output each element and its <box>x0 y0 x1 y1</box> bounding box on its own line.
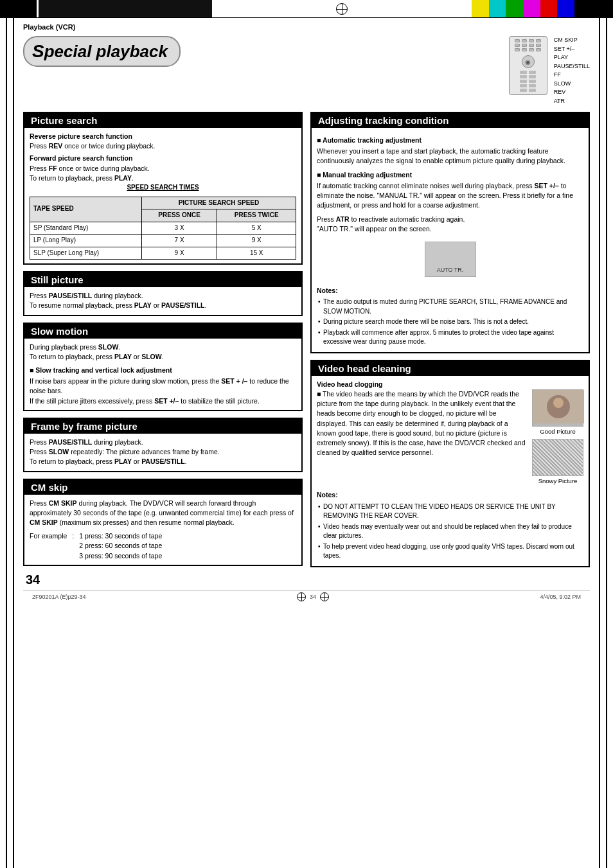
remote-circle <box>522 55 535 68</box>
color-block-magenta <box>523 0 540 17</box>
vhc-note-1: DO NOT ATTEMPT TO CLEAN THE VIDEO HEADS … <box>317 502 583 521</box>
remote-label-pause: PAUSE/STILL <box>554 62 590 71</box>
tracking-notes: Notes: The audio output is muted during … <box>317 286 583 347</box>
main-content: Playback (VCR) Special playback <box>14 18 599 868</box>
picture-search-title: Picture search <box>24 113 301 128</box>
remote-label-rev: REV <box>554 88 590 97</box>
vhc-notes-title: Notes: <box>317 490 583 500</box>
tracking-note-2: During picture search mode there will be… <box>317 317 583 327</box>
vhc-note-3: To help prevent video head clogging, use… <box>317 542 583 561</box>
slow-text1: During playback press SLOW. <box>30 342 296 352</box>
top-bar-pattern <box>39 0 574 17</box>
right-border <box>599 18 613 868</box>
table-col1-header: TAPE SPEED <box>30 197 142 222</box>
slow-text2: To return to playback, press PLAY or SLO… <box>30 352 296 362</box>
table-cell-slp-label: SLP (Super Long Play) <box>30 247 142 260</box>
clogging-heading: Video head clogging <box>317 380 382 388</box>
frame-by-frame-body: Press PAUSE/STILL during playback. Press… <box>24 434 301 471</box>
picture-search-section: Picture search Reverse picture search fu… <box>23 112 303 265</box>
table-cell-lp-label: LP (Long Play) <box>30 235 142 247</box>
footer-crosshair-icon2 <box>320 592 329 601</box>
still-picture-body: Press PAUSE/STILL during playback. To re… <box>24 287 301 314</box>
crosshair-icon <box>336 3 348 15</box>
two-col-layout: Picture search Reverse picture search fu… <box>23 112 590 587</box>
vhc-images: Good Picture Snowy Picture <box>532 389 583 486</box>
good-picture-image <box>532 389 583 427</box>
remote-device-diagram <box>509 36 547 95</box>
vhc-text: ■ The video heads are the means by which… <box>317 389 526 486</box>
forward-text1: Press FF once or twice during playback. <box>30 164 296 173</box>
remote-area: CM SKIP SET +/– PLAY PAUSE/STILL FF SLOW… <box>449 36 590 105</box>
still-picture-section: Still picture Press PAUSE/STILL during p… <box>23 271 303 315</box>
vhc-content: ■ The video heads are the means by which… <box>317 389 583 486</box>
still-text1: Press PAUSE/STILL during playback. <box>30 291 296 301</box>
color-block-green <box>506 0 523 17</box>
adjusting-tracking-title: Adjusting tracking condition <box>312 113 589 128</box>
table-cell-slp-once: 9 X <box>141 247 217 260</box>
video-head-cleaning-section: Video head cleaning Video head clogging … <box>310 360 590 567</box>
left-border <box>0 18 14 868</box>
table-col2b-header: PRESS TWICE <box>217 209 296 222</box>
table-row: LP (Long Play) 7 X 9 X <box>30 235 296 247</box>
speed-table: TAPE SPEED PICTURE SEARCH SPEED PRESS ON… <box>30 197 296 260</box>
reverse-heading: Reverse picture search function <box>30 132 132 140</box>
slow-motion-section: Slow motion During playback press SLOW. … <box>23 323 303 411</box>
example-item-1: 1 press: 30 seconds of tape <box>79 531 162 541</box>
fbf-text1: Press PAUSE/STILL during playback. <box>30 438 296 447</box>
color-block-yellow <box>472 0 489 17</box>
color-block-blue <box>557 0 574 17</box>
table-row: SLP (Super Long Play) 9 X 15 X <box>30 247 296 260</box>
table-cell-sp-label: SP (Standard Play) <box>30 222 142 235</box>
page-number: 34 <box>26 572 303 587</box>
remote-label-cmskip: CM SKIP <box>554 36 590 45</box>
title-area: Special playback <box>23 36 590 105</box>
color-block-cyan <box>489 0 506 17</box>
atr-text2: "AUTO TR." will appear on the screen. <box>317 224 583 234</box>
cm-skip-body: Press CM SKIP during playback. The DVD/V… <box>24 495 301 565</box>
title-badge: Special playback <box>23 36 181 67</box>
picture-search-body: Reverse picture search function Press RE… <box>24 128 301 263</box>
table-col2a-header: PRESS ONCE <box>141 209 217 222</box>
color-block-red <box>540 0 558 17</box>
remote-label-ff: FF <box>554 71 590 80</box>
svg-point-2 <box>553 398 564 408</box>
still-text2: To resume normal playback, press PLAY or… <box>30 301 296 310</box>
auto-tracking-text: Whenever you insert a tape and start pla… <box>317 146 583 166</box>
manual-tracking-heading: Manual tracking adjustment <box>317 170 583 180</box>
color-blocks <box>472 0 574 17</box>
example-label: For example <box>30 531 67 561</box>
auto-tr-label: AUTO TR. <box>437 266 464 274</box>
footer-left: 2F90201A (E)p29-34 <box>32 594 86 600</box>
table-cell-sp-twice: 5 X <box>217 222 296 235</box>
auto-tracking-heading: Automatic tracking adjustment <box>317 136 583 145</box>
footer-center: 34 <box>310 594 316 600</box>
top-bar-black-segment <box>39 0 212 17</box>
remote-label-slow: SLOW <box>554 80 590 89</box>
example-list: 1 press: 30 seconds of tape 2 press: 60 … <box>79 531 162 561</box>
cm-skip-text1: Press CM SKIP during playback. The DVD/V… <box>30 499 296 528</box>
title-letter-s: S <box>32 41 44 61</box>
video-head-cleaning-title: Video head cleaning <box>312 361 589 376</box>
slow-tracking-text1: If noise bars appear in the picture duri… <box>30 376 296 396</box>
still-picture-title: Still picture <box>24 272 301 287</box>
slow-tracking-heading: Slow tracking and vertical lock adjustme… <box>30 366 296 375</box>
table-cell-lp-twice: 9 X <box>217 235 296 247</box>
slow-motion-body: During playback press SLOW. To return to… <box>24 339 301 410</box>
table-row: SP (Standard Play) 3 X 5 X <box>30 222 296 235</box>
table-cell-slp-twice: 15 X <box>217 247 296 260</box>
video-head-cleaning-body: Video head clogging ■ The video heads ar… <box>312 376 589 566</box>
example-item-3: 3 press: 90 seconds of tape <box>79 551 162 561</box>
colon: : <box>72 531 74 561</box>
title-rest: pecial playback <box>44 42 168 61</box>
top-bar-left-black <box>0 0 39 17</box>
tracking-note-1: The audio output is muted during PICTURE… <box>317 297 583 316</box>
left-column: Picture search Reverse picture search fu… <box>23 112 303 587</box>
forward-text2: To return to playback, press PLAY. <box>30 173 296 183</box>
frame-by-frame-title: Frame by frame picture <box>24 419 301 434</box>
remote-diagram: CM SKIP SET +/– PLAY PAUSE/STILL FF SLOW… <box>509 36 590 105</box>
footer-row: 2F90201A (E)p29-34 34 4/4/05, 9:02 PM <box>23 590 590 603</box>
vhc-main-text: ■ The video heads are the means by which… <box>317 389 526 458</box>
reverse-text: Press REV once or twice during playback. <box>30 141 296 151</box>
frame-by-frame-section: Frame by frame picture Press PAUSE/STILL… <box>23 418 303 472</box>
vhc-notes: Notes: DO NOT ATTEMPT TO CLEAN THE VIDEO… <box>317 490 583 560</box>
